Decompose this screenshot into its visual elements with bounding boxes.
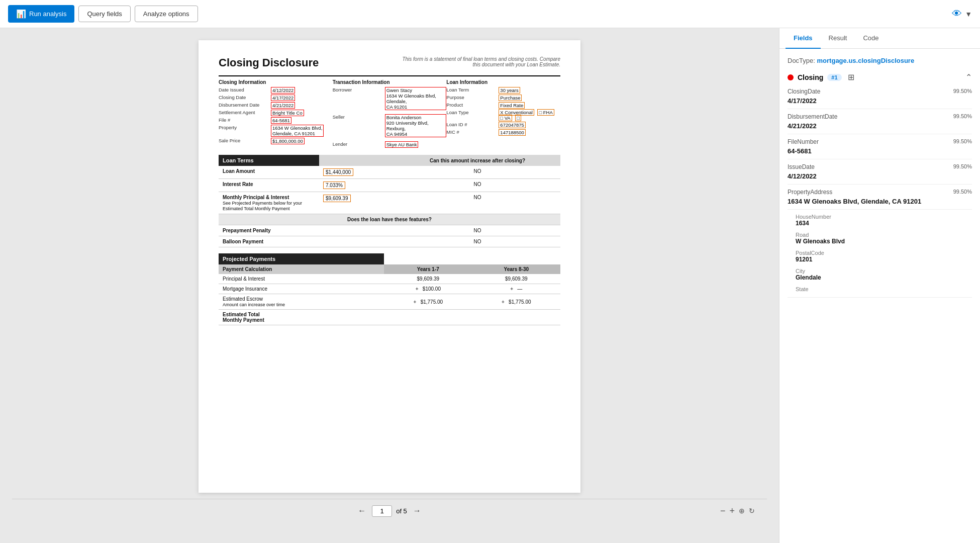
table-row: Principal & Interest $9,609.39 $9,609.39 [219,274,560,284]
analyze-options-label: Analyze options [143,10,189,18]
info-row-purpose: Purpose Purchase [446,95,560,101]
info-row-borrower: Borrower Gwen Stacy1634 W Glenoaks Blvd,… [333,87,447,110]
eye-icon[interactable]: 👁 [952,8,962,20]
rotate-button[interactable]: ↻ [749,507,755,515]
field-issue-date: IssueDate 99.50% 4/12/2022 [788,163,972,185]
transaction-info-col: Transaction Information Borrower Gwen St… [333,79,447,149]
loan-terms-table: Loan Terms Can this amount increase afte… [219,155,560,247]
sub-field-state: State [796,286,972,292]
closing-dot [788,74,794,80]
field-property-address: PropertyAddress 99.50% 1634 W Glenoaks B… [788,189,972,298]
chevron-down-icon[interactable]: ▼ [965,10,972,18]
analyze-options-button[interactable]: Analyze options [135,6,198,22]
table-row: Estimated EscrowAmount can increase over… [219,294,560,310]
info-row-loan-term: Loan Term 30 years [446,87,560,94]
projected-payments-header: Projected Payments [219,253,384,264]
main-layout: Closing Disclosure This form is a statem… [0,28,980,543]
document-page: Closing Disclosure This form is a statem… [199,40,580,493]
next-page-button[interactable]: → [411,504,423,517]
table-row: Interest Rate 7.033% NO [219,179,560,192]
page-number-input[interactable] [372,505,392,517]
info-row-date-issued: Date Issued 4/12/2022 [219,87,333,94]
transaction-info-label: Transaction Information [333,79,447,85]
table-row: Does the loan have these features? [219,214,560,225]
viewer-footer: ← of 5 → − + ⊕ ↻ [12,499,767,522]
tab-result[interactable]: Result [821,28,855,49]
info-row-mic: MIC # 147188500 [446,129,560,136]
doctype-value: mortgage.us.closingDisclosure [817,57,915,64]
doc-subtitle: This form is a statement of final loan t… [400,56,560,67]
years-1-7-label: Years 1-7 [384,264,472,274]
table-row: Prepayment Penalty NO [219,225,560,236]
grid-icon[interactable]: ⊞ [848,72,854,82]
field-disbursement-date: DisbursementDate 99.50% 4/21/2022 [788,113,972,134]
collapse-button[interactable]: ⌃ [965,72,972,82]
info-row-sale-price: Sale Price $1,800,000.00 [219,138,333,144]
loan-info-label: Loan Information [446,79,560,85]
toolbar-right: 👁 ▼ [952,8,972,20]
document-viewer[interactable]: Closing Disclosure This form is a statem… [0,28,779,543]
table-row: Mortgage Insurance + $100.00 + — [219,284,560,294]
info-row-loan-type: Loan Type X Conventional □ FHA □ VA □ [446,110,560,121]
closing-info-label: Closing Information [219,79,333,85]
doc-title: Closing Disclosure [219,56,319,69]
page-total: of 5 [396,507,407,515]
fields-group: ClosingDate 99.50% 4/17/2022 Disbursemen… [788,88,972,298]
sub-field-road: Road W Glenoaks Blvd [796,232,972,245]
loan-terms-header: Loan Terms [219,155,319,166]
loan-info-col: Loan Information Loan Term 30 years Purp… [446,79,560,149]
sub-field-city: City Glendale [796,268,972,281]
info-row-lender: Lender Skye AU Bank [333,141,447,148]
sub-field-house-number: HouseNumber 1634 [796,214,972,227]
payment-calc-label: Payment Calculation [219,264,384,274]
zoom-out-button[interactable]: − [720,506,726,516]
doc-header: Closing Disclosure This form is a statem… [219,56,560,69]
table-row: Balloon Payment NO [219,236,560,247]
field-file-number: FileNumber 99.50% 64-5681 [788,138,972,159]
table-row: Estimated TotalMonthly Payment [219,310,560,325]
table-row: Monthly Principal & Interest See Project… [219,192,560,214]
closing-section-name: Closing [798,73,823,81]
panel-content: DocType: mortgage.us.closingDisclosure C… [779,49,980,543]
prev-page-button[interactable]: ← [356,504,368,517]
sub-field-postal-code: PostalCode 91201 [796,250,972,263]
info-row-settlement: Settlement Agent Bright Title Co [219,110,333,116]
projected-payments-table: Projected Payments Payment Calculation Y… [219,253,560,325]
run-analysis-button[interactable]: 📊 Run analysis [8,5,74,23]
doctype-row: DocType: mortgage.us.closingDisclosure [788,57,972,64]
info-row-product: Product Fixed Rate [446,102,560,109]
info-row-disbursement: Disbursement Date 4/21/2022 [219,102,333,109]
info-row-file: File # 64-5681 [219,117,333,124]
run-analysis-label: Run analysis [29,10,66,18]
info-grid: Closing Information Date Issued 4/12/202… [219,79,560,149]
query-fields-label: Query fields [87,10,122,18]
can-increase-header: Can this amount increase after closing? [395,155,560,166]
zoom-controls: − + ⊕ ↻ [720,506,755,516]
panel-tabs: Fields Result Code [779,28,980,49]
tab-fields[interactable]: Fields [786,28,821,49]
tab-code[interactable]: Code [855,28,887,49]
right-panel: Fields Result Code DocType: mortgage.us.… [779,28,980,543]
section-icons: ⊞ [848,72,854,82]
query-fields-button[interactable]: Query fields [78,6,130,22]
info-row-closing-date: Closing Date 4/17/2022 [219,95,333,101]
closing-badge: #1 [827,74,841,81]
info-row-property: Property 1634 W Glenoaks Blvd,Glendale, … [219,125,333,137]
info-row-seller: Seller Bonita Anderson920 University Blv… [333,114,447,137]
doctype-label: DocType: [788,57,815,64]
zoom-in-button[interactable]: + [729,506,735,516]
years-8-30-label: Years 8-30 [472,264,560,274]
closing-section-header: Closing #1 ⊞ ⌃ [788,72,972,82]
closing-info-col: Closing Information Date Issued 4/12/202… [219,79,333,149]
table-row: Loan Amount $1,440,000 NO [219,166,560,179]
chart-icon: 📊 [16,9,26,19]
info-row-loan-id: Loan ID # 672047875 [446,122,560,128]
toolbar: 📊 Run analysis Query fields Analyze opti… [0,0,980,28]
field-closing-date: ClosingDate 99.50% 4/17/2022 [788,88,972,109]
fit-page-button[interactable]: ⊕ [739,507,745,515]
